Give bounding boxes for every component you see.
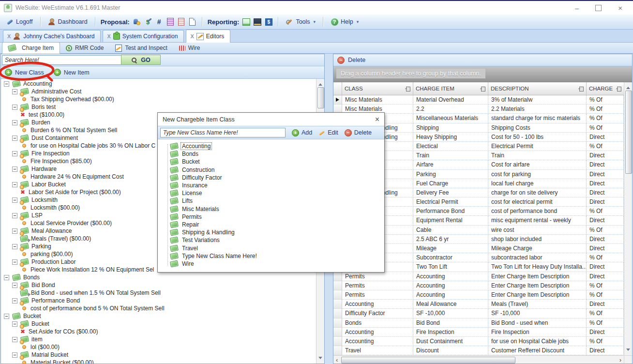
search-input[interactable] — [2, 55, 123, 65]
tree-item[interactable]: cost of performance bond 5 % ON Total Sy… — [2, 304, 315, 312]
dialog-class-item[interactable]: Travel — [166, 244, 384, 252]
table-row[interactable]: TravelDiscountCustomer Refferrel Discoun… — [333, 346, 624, 355]
grid-vertical-scrollbar[interactable] — [624, 82, 632, 355]
dialog-class-item[interactable]: Misc Materials — [166, 205, 384, 213]
dialog-class-item[interactable]: Accounting — [166, 142, 384, 150]
scroll-down-icon[interactable] — [626, 349, 630, 353]
dialog-class-item[interactable]: License — [166, 189, 384, 197]
group-by-bar[interactable]: Drag a column header here to group by th… — [333, 66, 632, 82]
scrollbar-thumb[interactable] — [341, 357, 515, 364]
dialog-close-icon[interactable]: × — [375, 116, 379, 123]
column-header-charge[interactable]: CHARGE — [587, 82, 624, 95]
close-icon[interactable]: × — [618, 4, 622, 12]
column-header-class[interactable]: CLASS — [342, 82, 413, 95]
collapse-toggle-icon[interactable] — [12, 244, 17, 249]
table-row[interactable]: AccountingDust Containmentfor use on Hos… — [333, 337, 624, 346]
scrollbar-thumb[interactable] — [317, 87, 324, 108]
tree-item[interactable]: Accounting — [2, 80, 315, 88]
new-item-button[interactable]: + New Item — [54, 69, 90, 76]
tab-wire[interactable]: Wire — [173, 43, 206, 53]
table-row[interactable]: PermitsAccountingEnter Charge Item Descr… — [333, 290, 624, 300]
tab-editors[interactable]: X Editors — [186, 30, 230, 43]
collapse-toggle-icon[interactable] — [12, 352, 17, 358]
tree-item[interactable]: Administrative Cost — [2, 88, 315, 95]
maximize-icon[interactable] — [595, 5, 602, 11]
scrollbar-thumb[interactable] — [625, 91, 632, 174]
tree-item[interactable]: Performance Bond — [2, 297, 315, 304]
tree-item[interactable]: Bucket — [2, 320, 315, 328]
scroll-up-icon[interactable] — [626, 85, 630, 89]
collapse-toggle-icon[interactable] — [12, 228, 17, 234]
dialog-class-item[interactable]: Wire — [166, 260, 384, 268]
collapse-toggle-icon[interactable] — [4, 275, 9, 280]
table-row[interactable]: AccountingMeal AllowanceMeals (Travel)Di… — [333, 300, 624, 309]
tree-item[interactable]: Bid Bond - used when 1.5 % ON Total Syst… — [2, 289, 315, 297]
dashboard-button[interactable]: Dashboard — [46, 17, 90, 27]
table-row[interactable]: PermitsAccountingEnter Charge Item Descr… — [333, 272, 624, 281]
proposal-alerts-icon[interactable] — [133, 18, 141, 26]
dialog-class-item[interactable]: Permits — [166, 213, 384, 221]
collapse-toggle-icon[interactable] — [12, 120, 17, 125]
dialog-class-item[interactable]: Difficulty Factor — [166, 174, 384, 182]
proposal-pricing-icon[interactable]: $ — [144, 18, 152, 26]
tree-item[interactable]: Bid Bond — [2, 281, 315, 289]
collapse-toggle-icon[interactable] — [12, 259, 17, 265]
report-sales-icon[interactable]: $ — [265, 18, 272, 26]
collapse-toggle-icon[interactable] — [12, 167, 17, 172]
collapse-toggle-icon[interactable] — [4, 314, 9, 319]
collapse-toggle-icon[interactable] — [12, 89, 17, 94]
new-class-name-input[interactable] — [160, 128, 286, 137]
dialog-delete-button[interactable]: − Delete — [345, 129, 372, 136]
grid-horizontal-scrollbar[interactable]: ‹ › — [333, 355, 624, 364]
table-row[interactable]: BondsBid BondBid Bond - used when% Of — [333, 318, 624, 328]
dialog-class-item[interactable]: Bonds — [166, 150, 384, 158]
scroll-left-icon[interactable]: ‹ — [336, 358, 338, 362]
collapse-toggle-icon[interactable] — [12, 298, 17, 303]
report-chart-icon[interactable] — [242, 18, 250, 26]
dialog-class-item[interactable]: Construction — [166, 166, 384, 174]
tree-item[interactable]: Bucket — [2, 312, 315, 320]
tab-charge-item[interactable]: Charge Item — [2, 42, 60, 54]
logoff-button[interactable]: Logoff — [4, 17, 35, 27]
tab-close-icon[interactable]: X — [7, 33, 11, 39]
tree-item[interactable]: item — [2, 335, 315, 343]
collapse-toggle-icon[interactable] — [12, 213, 17, 218]
table-row[interactable]: Difficulty FactorSF -10,000SF -10,000% O… — [333, 309, 624, 318]
tree-item[interactable]: lol ($00.00) — [2, 343, 315, 351]
collapse-toggle-icon[interactable] — [4, 81, 9, 87]
proposal-clipboard-icon[interactable] — [178, 18, 184, 26]
proposal-document-icon[interactable] — [167, 18, 174, 26]
proposal-page-icon[interactable] — [189, 18, 196, 26]
dialog-class-item[interactable]: Repair — [166, 221, 384, 228]
help-menu-button[interactable]: ? Help ▾ — [329, 17, 361, 27]
new-class-button[interactable]: + New Class — [5, 69, 44, 76]
tree-item[interactable]: Bonds — [2, 273, 315, 281]
dialog-class-item[interactable]: Bucket — [166, 158, 384, 166]
tree-item[interactable]: Boris test — [2, 103, 315, 111]
tree-item[interactable]: Material Bucket ($00.00) — [2, 359, 315, 364]
collapse-toggle-icon[interactable] — [12, 182, 17, 187]
tab-test-and-inspect[interactable]: Test and Inspect — [109, 43, 173, 53]
dialog-edit-button[interactable]: Edit — [318, 129, 338, 136]
tools-menu-button[interactable]: Tools ▾ — [284, 17, 317, 27]
column-header-charge-item[interactable]: CHARGE ITEM — [413, 82, 488, 95]
pin-icon[interactable] — [405, 87, 410, 91]
dialog-class-item[interactable]: Shipping & Handling — [166, 228, 384, 236]
table-row[interactable]: Misc MaterialsMaterial Overhead3% of Mat… — [333, 95, 624, 105]
table-row[interactable]: AccountingFire InspectionFire Inspection… — [333, 328, 624, 337]
tab-rmr-code[interactable]: $ RMR Code — [60, 43, 109, 53]
dialog-class-item[interactable]: Type New Class Name Here! — [166, 252, 384, 260]
table-row[interactable]: PermitsAccountingEnter Charge Item Descr… — [333, 281, 624, 290]
tab-close-icon[interactable]: X — [107, 33, 110, 39]
proposal-grid-icon[interactable]: # — [155, 18, 163, 26]
tree-item[interactable]: Tax Shipping Overhead ($00.00) — [2, 95, 315, 103]
scroll-right-icon[interactable]: › — [619, 358, 621, 362]
pin-icon[interactable] — [616, 87, 621, 91]
dialog-class-item[interactable]: Test Variations — [166, 236, 384, 244]
collapse-toggle-icon[interactable] — [12, 151, 17, 156]
pin-icon[interactable] — [578, 87, 584, 91]
dialog-class-item[interactable]: Lifts — [166, 197, 384, 205]
tab-close-icon[interactable]: X — [190, 33, 194, 39]
scroll-down-icon[interactable] — [318, 357, 322, 361]
tree-item[interactable]: ✖Set Aside for COs ($00.00) — [2, 328, 315, 335]
